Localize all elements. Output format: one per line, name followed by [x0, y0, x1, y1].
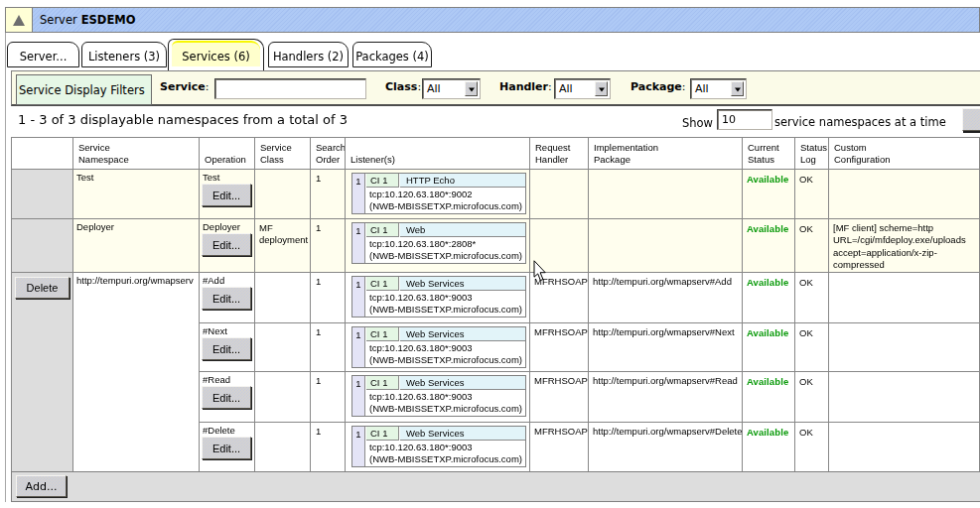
handler-filter-select[interactable]: All — [554, 78, 611, 99]
triangle-up-icon — [13, 15, 25, 26]
partial-button-right-edge[interactable] — [962, 108, 980, 131]
column-header: RequestHandler — [530, 138, 589, 170]
edit-button[interactable]: Edit... — [202, 233, 251, 256]
edit-button[interactable]: Edit... — [202, 287, 251, 310]
filter-bar: Service Display Filters Service: Class: … — [11, 70, 980, 106]
custom-configuration-cell: [MF client] scheme=http URL=/cgi/mfdeplo… — [829, 219, 980, 273]
edit-button[interactable]: Edit... — [202, 386, 251, 409]
handler-combo-button[interactable] — [595, 81, 608, 96]
listener-endpoint: tcp:10.120.63.180*:9002 — [369, 189, 525, 200]
tab-listeners-3[interactable]: Listeners (3) — [81, 42, 167, 67]
implementation-package-cell: http://tempuri.org/wmapserv#Next — [589, 323, 743, 372]
service-namespace-cell: Test — [73, 170, 200, 219]
custom-configuration-cell — [829, 372, 980, 423]
custom-configuration-cell — [829, 273, 980, 323]
status-log-cell: OK — [795, 423, 829, 472]
listener-number: 1 — [352, 376, 365, 416]
implementation-package-text: http://tempuri.org/wmapserv#Add — [589, 273, 742, 290]
current-status-cell: Available — [743, 273, 795, 323]
listener-number: 1 — [352, 174, 365, 213]
chevron-down-icon — [735, 87, 741, 91]
service-class-cell — [255, 372, 311, 423]
delete-button[interactable]: Delete — [15, 277, 70, 299]
tab-server[interactable]: Server... — [7, 42, 79, 67]
listener-box: 1CI 1HTTP Echotcp:10.120.63.180*:9002(NW… — [351, 173, 526, 214]
search-order-text: 1 — [311, 372, 345, 389]
add-button[interactable]: Add... — [16, 475, 67, 497]
class-filter-value: All — [427, 82, 441, 95]
tab-services-6[interactable]: Services (6) — [168, 39, 264, 70]
listener-endpoint: tcp:10.120.63.180*:9003 — [369, 292, 525, 304]
operation-name: Deployer — [200, 219, 254, 232]
operation-cell: #AddEdit... — [200, 273, 255, 323]
request-handler-cell: MFRHSOAP — [530, 323, 589, 372]
custom-configuration-cell — [829, 423, 980, 472]
edit-button[interactable]: Edit... — [202, 337, 251, 360]
listener-box: 1CI 1Web Servicestcp:10.120.63.180*:9003… — [351, 276, 526, 318]
edit-button[interactable]: Edit... — [202, 437, 251, 459]
custom-configuration-cell — [829, 323, 980, 372]
listener-address: tcp:10.120.63.180*:9003(NWB-MBISSETXP.mi… — [366, 442, 525, 466]
search-order-text: 1 — [311, 273, 345, 290]
request-handler-text: MFRHSOAP — [530, 423, 588, 440]
listener-box: 1CI 1Web Servicestcp:10.120.63.180*:9003… — [351, 375, 526, 417]
collapse-toggle-button[interactable] — [6, 8, 33, 32]
package-filter-select[interactable]: All — [690, 78, 747, 99]
implementation-package-cell: http://tempuri.org/wmapserv#Add — [589, 273, 743, 323]
namespace-count-text: 1 - 3 of 3 displayable namespaces from a… — [18, 112, 348, 127]
operation-cell: TestEdit... — [200, 170, 255, 219]
table-row: Deletehttp://tempuri.org/wmapserv#AddEdi… — [12, 273, 980, 323]
search-order-cell: 1 — [311, 273, 346, 323]
server-title-name: ESDEMO — [81, 13, 136, 27]
column-header: SearchOrder — [311, 138, 346, 170]
service-namespace-text: http://tempuri.org/wmapserv — [73, 273, 199, 286]
operation-cell: #ReadEdit... — [200, 372, 255, 423]
tab-handlers-2[interactable]: Handlers (2) — [268, 42, 349, 67]
listener-address: tcp:10.120.63.180*:9003(NWB-MBISSETXP.mi… — [366, 292, 525, 317]
service-namespace-text: Test — [73, 170, 199, 183]
handler-filter-label: Handler: — [499, 80, 552, 93]
listener-address: tcp:10.120.63.180*:9003(NWB-MBISSETXP.mi… — [366, 342, 525, 367]
tab-label: Handlers (2) — [273, 50, 344, 64]
implementation-package-cell — [589, 170, 743, 219]
listener-hostname: (NWB-MBISSETXP.microfocus.com) — [369, 200, 525, 212]
listener-conversation-type: CI 1 — [366, 277, 399, 291]
service-namespace-cell: http://tempuri.org/wmapserv — [73, 273, 200, 472]
row-gutter-cell — [12, 219, 73, 273]
service-filter-label: Service: — [160, 80, 209, 93]
request-handler-cell: MFRHSOAP — [530, 372, 589, 423]
edit-button[interactable]: Edit... — [202, 184, 251, 206]
table-row: TestTestEdit...11CI 1HTTP Echotcp:10.120… — [12, 170, 980, 219]
listener-endpoint: tcp:10.120.63.180*:9003 — [369, 442, 525, 453]
request-handler-text: MFRHSOAP — [530, 372, 588, 389]
current-status-cell: Available — [743, 170, 795, 219]
service-namespace-text: Deployer — [73, 219, 199, 232]
column-header: ServiceClass — [255, 138, 311, 170]
status-log-text: OK — [795, 219, 828, 237]
service-filter-input[interactable] — [214, 78, 366, 99]
filter-panel-label: Service Display Filters — [16, 74, 152, 105]
listener-number: 1 — [352, 223, 365, 263]
column-header: StatusLog — [795, 138, 829, 170]
operation-cell: #DeleteEdit... — [200, 423, 255, 472]
class-combo-button[interactable] — [465, 81, 478, 96]
listener-endpoint: tcp:10.120.63.180*:9003 — [369, 342, 525, 354]
class-filter-select[interactable]: All — [422, 78, 481, 99]
listener-cell: 1CI 1Web Servicestcp:10.120.63.180*:9003… — [346, 423, 530, 472]
tab-packages-4[interactable]: Packages (4) — [352, 42, 432, 67]
column-header: ServiceNamespace — [73, 138, 200, 170]
show-count-input[interactable] — [717, 109, 772, 130]
column-header: CurrentStatus — [743, 138, 795, 170]
listener-cell: 1CI 1HTTP Echotcp:10.120.63.180*:9002(NW… — [346, 170, 530, 219]
package-filter-label: Package: — [630, 80, 686, 93]
package-combo-button[interactable] — [731, 81, 744, 96]
table-row: DeployerDeployerEdit...MF deployment11CI… — [12, 219, 980, 273]
listener-name: Web Services — [400, 376, 525, 390]
request-handler-text: MFRHSOAP — [530, 323, 588, 340]
request-handler-cell — [530, 170, 589, 219]
frame-left-border — [5, 7, 6, 502]
filter-panel-label-text: Service Display Filters — [19, 83, 145, 97]
tab-label: Server... — [20, 50, 68, 64]
listener-number: 1 — [352, 427, 365, 466]
status-log-cell: OK — [795, 372, 829, 423]
